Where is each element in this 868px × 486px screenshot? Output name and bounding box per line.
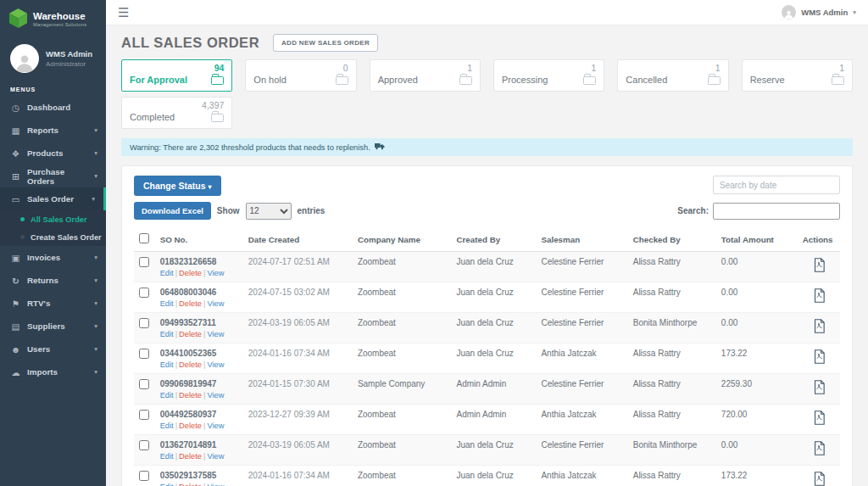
sidebar: Warehouse Management Solutions WMS Admin… bbox=[0, 0, 106, 486]
delete-link[interactable]: Delete bbox=[179, 299, 202, 308]
invoices-icon: ▣ bbox=[10, 253, 21, 263]
folder-icon bbox=[336, 76, 348, 85]
salesman-cell: Anthia Jatczak bbox=[537, 405, 629, 435]
sidebar-item-suppliers[interactable]: ▤ Suppliers ▾ bbox=[0, 315, 106, 338]
pdf-icon[interactable] bbox=[813, 326, 826, 335]
edit-link[interactable]: Edit bbox=[160, 422, 174, 430]
sidebar-item-rtvs[interactable]: ⚑ RTV's ▾ bbox=[0, 292, 106, 315]
edit-link[interactable]: Edit bbox=[160, 452, 174, 461]
so-number: 035029137585 bbox=[160, 471, 242, 480]
edit-link[interactable]: Edit bbox=[160, 360, 174, 369]
edit-link[interactable]: Edit bbox=[160, 391, 174, 399]
date-created-cell: 2024-03-19 06:05 AM bbox=[245, 435, 354, 466]
view-link[interactable]: View bbox=[207, 391, 224, 399]
delete-link[interactable]: Delete bbox=[179, 269, 202, 277]
delete-link[interactable]: Delete bbox=[179, 452, 202, 461]
status-card-processing[interactable]: 1 Processing bbox=[493, 59, 604, 92]
status-card-for-approval[interactable]: 94 For Approval bbox=[121, 59, 232, 92]
add-new-sales-order-button[interactable]: ADD NEW SALES ORDER bbox=[273, 34, 378, 52]
search-by-date-input[interactable] bbox=[713, 176, 840, 194]
sidebar-item-sales-order[interactable]: ▭ Sales Order ▾ bbox=[0, 187, 106, 210]
delete-link[interactable]: Delete bbox=[179, 360, 202, 369]
status-count: 94 bbox=[130, 64, 224, 74]
delete-link[interactable]: Delete bbox=[179, 483, 202, 486]
column-header-salesman[interactable]: Salesman bbox=[537, 227, 629, 252]
sidebar-item-reports[interactable]: ▦ Reports ▾ bbox=[0, 119, 106, 142]
sidebar-item-label: Suppliers bbox=[27, 321, 65, 331]
sidebar-item-all-sales-order[interactable]: All Sales Order bbox=[0, 210, 106, 228]
view-link[interactable]: View bbox=[207, 483, 224, 486]
sidebar-item-invoices[interactable]: ▣ Invoices ▾ bbox=[0, 246, 106, 269]
edit-link[interactable]: Edit bbox=[160, 483, 174, 486]
row-checkbox[interactable] bbox=[139, 471, 149, 481]
view-link[interactable]: View bbox=[207, 452, 224, 461]
view-link[interactable]: View bbox=[207, 422, 224, 430]
column-header-created-by[interactable]: Created By bbox=[453, 227, 537, 252]
chevron-down-icon: ▾ bbox=[853, 8, 856, 16]
status-card-approved[interactable]: 1 Approved bbox=[370, 59, 481, 92]
view-link[interactable]: View bbox=[207, 299, 224, 308]
row-checkbox[interactable] bbox=[139, 379, 149, 389]
column-header-total-amount[interactable]: Total Amount bbox=[718, 227, 799, 252]
sidebar-item-create-sales-order[interactable]: Create Sales Order bbox=[0, 228, 106, 246]
view-link[interactable]: View bbox=[207, 269, 224, 277]
delete-link[interactable]: Delete bbox=[179, 391, 202, 399]
row-checkbox[interactable] bbox=[139, 349, 149, 359]
edit-link[interactable]: Edit bbox=[160, 269, 174, 277]
sidebar-item-products[interactable]: ❖ Products ▾ bbox=[0, 142, 106, 165]
change-status-button[interactable]: Change Status▾ bbox=[134, 176, 221, 196]
main-content: ALL SALES ORDER ADD NEW SALES ORDER 94 F… bbox=[106, 25, 868, 486]
products-icon: ❖ bbox=[10, 148, 21, 159]
edit-link[interactable]: Edit bbox=[160, 330, 174, 338]
sidebar-item-users[interactable]: ☻ Users ▾ bbox=[0, 338, 106, 360]
search-input[interactable] bbox=[713, 203, 840, 220]
select-all-checkbox[interactable] bbox=[139, 233, 149, 243]
row-checkbox[interactable] bbox=[139, 440, 149, 450]
date-created-cell: 2024-01-15 07:30 AM bbox=[245, 374, 354, 405]
pdf-icon[interactable] bbox=[813, 295, 826, 304]
sidebar-item-imports[interactable]: ☁ Imports ▾ bbox=[0, 360, 106, 383]
row-checkbox[interactable] bbox=[139, 288, 149, 298]
delete-link[interactable]: Delete bbox=[179, 330, 202, 338]
column-header-company-name[interactable]: Company Name bbox=[354, 227, 453, 252]
date-created-cell: 2024-07-15 03:02 AM bbox=[245, 282, 354, 313]
column-header-date-created[interactable]: Date Created bbox=[245, 227, 354, 252]
company-name-cell: Zoombeat bbox=[354, 435, 453, 466]
entries-per-page-select[interactable]: 12 bbox=[246, 203, 292, 220]
brand-logo[interactable]: Warehouse Management Solutions bbox=[0, 0, 106, 39]
status-label: Completed bbox=[130, 112, 175, 122]
delete-link[interactable]: Delete bbox=[179, 422, 202, 430]
view-link[interactable]: View bbox=[207, 330, 224, 338]
sidebar-item-purchase-orders[interactable]: ⊞ Purchase Orders ▾ bbox=[0, 165, 106, 187]
hamburger-menu-icon[interactable]: ☰ bbox=[118, 6, 129, 19]
row-checkbox[interactable] bbox=[139, 410, 149, 420]
status-card-completed[interactable]: 4,397 Completed bbox=[121, 97, 232, 129]
row-checkbox[interactable] bbox=[139, 257, 149, 267]
column-header-checked-by[interactable]: Checked By bbox=[630, 227, 718, 252]
row-checkbox[interactable] bbox=[139, 318, 149, 328]
topbar-user-menu[interactable]: WMS Admin ▾ bbox=[782, 5, 856, 20]
sidebar-item-dashboard[interactable]: ◷ Dashboard bbox=[0, 96, 106, 119]
pdf-icon[interactable] bbox=[813, 448, 826, 457]
pdf-icon[interactable] bbox=[813, 356, 826, 366]
status-card-cancelled[interactable]: 1 Cancelled bbox=[617, 59, 728, 92]
status-card-on-hold[interactable]: 0 On hold bbox=[245, 59, 356, 92]
pdf-icon[interactable] bbox=[813, 478, 826, 486]
pdf-icon[interactable] bbox=[813, 265, 826, 274]
total-amount-cell: 720.00 bbox=[718, 405, 799, 435]
column-header-so-no[interactable]: SO No. bbox=[157, 227, 245, 252]
status-card-reserve[interactable]: 1 Reserve bbox=[742, 59, 853, 92]
total-amount-cell: 173.22 bbox=[718, 344, 799, 374]
chevron-down-icon: ▾ bbox=[94, 149, 97, 157]
status-count: 1 bbox=[378, 64, 472, 74]
edit-link[interactable]: Edit bbox=[160, 299, 174, 308]
status-label: Reserve bbox=[750, 75, 785, 85]
pdf-icon[interactable] bbox=[813, 387, 826, 396]
download-excel-button[interactable]: Download Excel bbox=[134, 202, 211, 220]
folder-icon bbox=[211, 114, 224, 122]
purchase-orders-icon: ⊞ bbox=[10, 171, 21, 182]
view-link[interactable]: View bbox=[207, 360, 224, 369]
sidebar-item-returns[interactable]: ↻ Returns ▾ bbox=[0, 269, 106, 292]
date-created-cell: 2024-01-16 07:34 AM bbox=[245, 344, 354, 374]
pdf-icon[interactable] bbox=[813, 417, 826, 427]
